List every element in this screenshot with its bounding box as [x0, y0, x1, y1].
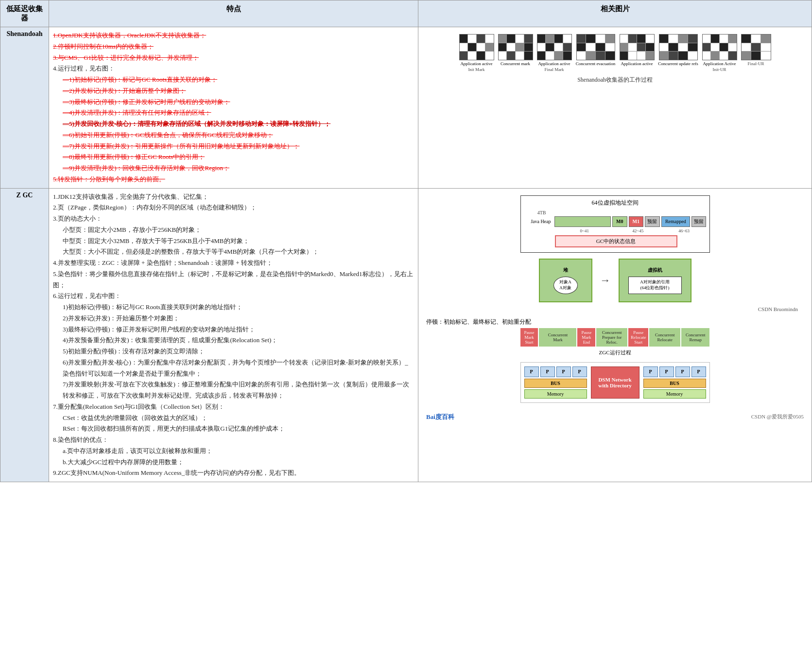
zgc-process-diagram: Pause Mark Start ConcurrentMark Pause Ma… [422, 328, 808, 356]
zgc-features: 1.JDK12支持该收集器，完全抛弃了分代收集、记忆集； 2.页（ZPage，类… [49, 188, 418, 482]
heap-vm-diagram: 堆 对象AA对象 → 虚拟机 A对对象的引用(64位彩色指针) CSDN Bru… [422, 259, 808, 312]
bottom-labels: Bai度百科 CSDN @爱我所爱0505 [422, 409, 808, 421]
gc-state-label: GC中的状态信息 [596, 238, 636, 244]
header-col1: 低延迟收集器 [0, 0, 49, 27]
pause-label: 停顿：初始标记、最终标记、初始重分配 [426, 318, 808, 326]
main-table: 低延迟收集器 特点 相关图片 Shenandoah 1.OpenJDK支持该收集… [0, 0, 812, 482]
header-col3: 相关图片 [418, 0, 812, 27]
addr-space-title: 64位虚拟地址空间 [524, 199, 707, 207]
zgc-process-caption: ZGC运行过程 [520, 349, 710, 356]
zgc-name: Z GC [0, 188, 49, 482]
csdn-label: CSDN @爱我所爱0505 [751, 413, 804, 420]
shenandoah-caption: Shenandoah收集器的工作过程 [422, 76, 808, 84]
baidu-logo: Bai度百科 [426, 413, 454, 421]
zgc-images: 64位虚拟地址空间 4TB Java Heap M0 M1 预留 [418, 188, 812, 482]
shenandoah-features: 1.OpenJDK支持该收集器，OracleJDK不支持该收集器； 2.停顿时间… [49, 27, 418, 189]
shenandoah-images: Application active Init Mark Concurrent … [418, 27, 812, 189]
zgc-addr-diagram: 64位虚拟地址空间 4TB Java Heap M0 M1 预留 [422, 195, 808, 253]
header-col2: 特点 [49, 0, 418, 27]
numa-diagram: P P P P BUS Memory DSM Networkwith D [422, 362, 808, 403]
shenandoah-phase-diagram: Application active Init Mark Concurrent … [422, 34, 808, 84]
shenandoah-name: Shenandoah [0, 27, 49, 189]
